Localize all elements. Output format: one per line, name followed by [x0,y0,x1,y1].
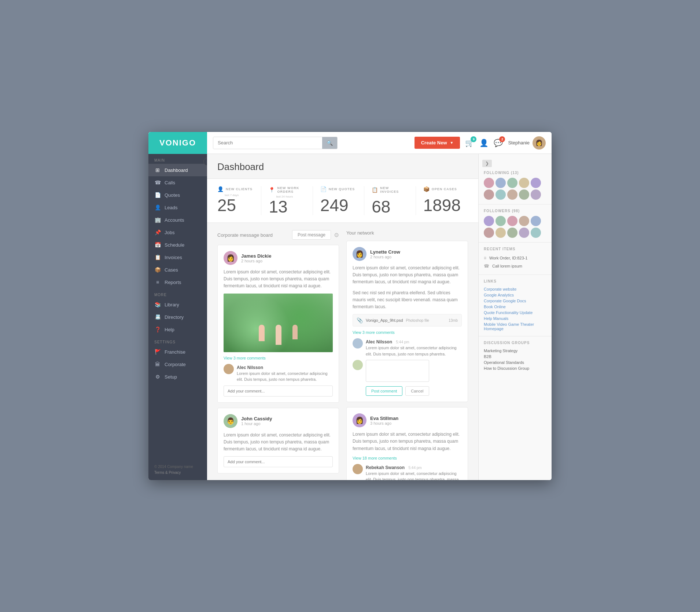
follower-avatar-6[interactable] [484,228,494,238]
link-google-analytics[interactable]: Google Analytics [484,292,546,298]
notifications-button[interactable]: 🛒 9 [465,139,474,147]
sidebar-item-dashboard[interactable]: ⊞ Dashboard [148,164,207,176]
divider-3 [479,274,552,275]
sidebar-item-leads[interactable]: 👤 Leads [148,201,207,214]
post-comment-button-lynette[interactable]: Post comment [366,386,402,396]
sidebar-item-library[interactable]: 📚 Library [148,298,207,311]
help-icon: ❓ [154,327,161,332]
follower-avatar-8[interactable] [507,228,517,238]
stat-new-quotes: 📄 NEW QUOTES 249 [313,186,364,215]
stat-number-quotes: 249 [320,197,357,214]
view-comments-james[interactable]: View 3 more comments [224,356,333,360]
sidebar-item-cases[interactable]: 📦 Cases [148,263,207,276]
sidebar-item-calls[interactable]: ☎ Calls [148,176,207,189]
link-mobile-video[interactable]: Mobile Video Game Theater Homepage [484,321,546,332]
sidebar-item-accounts[interactable]: 🏢 Accounts [148,214,207,226]
follower-avatar-2[interactable] [495,216,506,226]
disc-group-operational[interactable]: Operational Standards [484,360,546,365]
panel-toggle-button[interactable]: ❯ [482,160,492,167]
follower-avatar-3[interactable] [507,216,517,226]
sidebar-item-help[interactable]: ❓ Help [148,323,207,336]
post-author-row-eva: 👩 Eva Stillman 3 hours ago [353,413,462,427]
sidebar-label-cases: Cases [165,267,178,273]
following-avatar-4[interactable] [519,178,529,188]
following-avatar-10[interactable] [531,189,541,200]
link-book-online[interactable]: Book Online [484,304,546,310]
disc-group-how-to[interactable]: How to Discussion Group [484,365,546,371]
attachment-icon: 📎 [357,317,363,323]
link-corporate-website[interactable]: Corporate website [484,286,546,292]
search-button[interactable]: 🔍 [322,137,337,149]
create-new-button[interactable]: Create New ▼ [415,137,460,149]
sidebar-label-directory: Directory [165,314,184,320]
comment-textarea-lynette[interactable] [366,360,429,382]
post-body-eva: Lorem ipsum dolor sit amet, consectetur … [353,431,462,452]
sidebar-label-jobs: Jobs [165,230,174,235]
header-search: 🔍 [213,137,409,149]
follower-avatar-7[interactable] [495,228,506,238]
recent-item-call[interactable]: ☎ Call lorem ipsum [484,262,546,270]
add-comment-james[interactable] [224,386,333,397]
post-body-john: Lorem ipsum dolor sit amet, consectetur … [224,432,333,453]
add-comment-john[interactable] [224,456,333,467]
sidebar-label-leads: Leads [165,205,177,210]
view-comments-eva[interactable]: View 18 more comments [353,456,462,460]
left-feed-title: Corporate message board [217,232,273,238]
post-card-john: 👨 John Cassidy 1 hour ago Lorem ipsum do… [217,408,339,474]
follower-avatar-5[interactable] [531,216,541,226]
post-author-john: John Cassidy [241,416,272,421]
recent-item-work-order[interactable]: ≡ Work Order, ID:823-1 [484,254,546,262]
sidebar-item-directory[interactable]: 📇 Directory [148,311,207,323]
link-quote-functionality[interactable]: Quote Functionality Update [484,310,546,316]
user-area[interactable]: Stephanie 👩 [508,136,546,150]
user-icon-button[interactable]: 👤 [479,139,489,147]
follower-avatar-4[interactable] [519,216,529,226]
comment-avatar-alec [224,364,234,374]
accounts-icon: 🏢 [154,217,161,223]
disc-group-b2b[interactable]: B2B [484,354,546,360]
sidebar-item-reports[interactable]: ≡ Reports [148,276,207,288]
footer-terms[interactable]: Terms & Privacy [154,470,201,476]
messages-button[interactable]: 💬 2 [494,139,503,147]
sidebar-item-schedule[interactable]: 📅 Schedule [148,239,207,251]
following-avatar-3[interactable] [507,178,517,188]
sidebar-item-invoices[interactable]: 📋 Invoices [148,251,207,263]
follower-avatar-1[interactable] [484,216,494,226]
disc-group-marketing[interactable]: Marketing Strategy [484,348,546,354]
sidebar: ‹ MAIN ⊞ Dashboard ☎ Calls 📄 Quotes 👤 Le… [148,154,207,480]
post-author-row-lynette: 👩 Lynette Crow 2 hours ago [353,247,462,261]
link-help-manuals[interactable]: Help Manuals [484,316,546,321]
follower-avatar-10[interactable] [531,228,541,238]
sidebar-item-franchise[interactable]: 🚩 Franchise [148,346,207,358]
following-label: FOLLOWING (13) [484,171,546,175]
sidebar-item-setup[interactable]: ⚙ Setup [148,370,207,383]
following-avatar-7[interactable] [495,189,506,200]
cases-icon: 📦 [154,267,161,273]
cancel-comment-button-lynette[interactable]: Cancel [405,386,429,396]
stat-new-work-orders: 📍 NEW WORK ORDERS last 24 hours 13 [261,186,313,215]
following-avatar-1[interactable] [484,178,494,188]
new-clients-icon: 👤 [217,186,224,192]
follower-avatar-9[interactable] [519,228,529,238]
following-avatar-5[interactable] [531,178,541,188]
sidebar-item-jobs[interactable]: 📌 Jobs [148,226,207,239]
following-avatar-2[interactable] [495,178,506,188]
search-input[interactable] [213,137,322,148]
quotes-icon: 📄 [154,192,161,198]
following-avatar-9[interactable] [519,189,529,200]
sidebar-item-corporate[interactable]: 🏛 Corporate [148,358,207,370]
post-message-button[interactable]: Post message [292,230,331,240]
following-avatar-8[interactable] [507,189,517,200]
view-comments-lynette[interactable]: View 3 more comments [353,330,462,335]
current-user-avatar [353,360,363,370]
messages-badge: 2 [499,136,505,142]
following-avatar-6[interactable] [484,189,494,200]
link-corporate-google-docs[interactable]: Corporate Google Docs [484,298,546,304]
settings-gear-icon[interactable]: ⚙ [334,232,339,239]
jobs-icon: 📌 [154,229,161,235]
new-work-orders-icon: 📍 [269,187,275,193]
sidebar-item-quotes[interactable]: 📄 Quotes [148,189,207,201]
stat-number-open-cases: 1898 [423,197,461,214]
sidebar-settings-label: SETTINGS [148,336,207,346]
work-order-icon: ≡ [484,255,486,261]
